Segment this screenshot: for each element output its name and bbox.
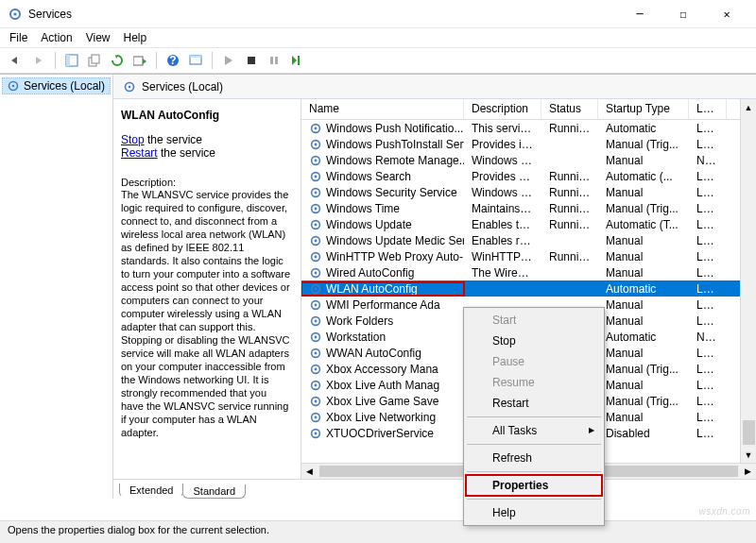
ctx-start: Start — [466, 310, 602, 331]
cell-description: Windows R... — [464, 154, 541, 167]
menu-action[interactable]: Action — [41, 31, 72, 44]
ctx-refresh[interactable]: Refresh — [466, 448, 602, 468]
scroll-right-arrow[interactable]: ▶ — [740, 464, 756, 479]
context-menu: Start Stop Pause Resume Restart All Task… — [463, 307, 605, 526]
table-row[interactable]: Windows UpdateEnables the ...RunningAuto… — [301, 216, 756, 232]
back-button[interactable] — [6, 50, 26, 71]
cell-startup: Manual (Trig... — [598, 138, 689, 151]
menu-file[interactable]: File — [9, 31, 27, 44]
cell-logon: Local Sy — [689, 186, 727, 199]
cell-logon: Local Sy — [689, 363, 727, 376]
table-row[interactable]: Wired AutoConfigThe Wired A...ManualLoca… — [301, 264, 756, 280]
refresh-button[interactable] — [107, 50, 128, 71]
window-controls: ─ ☐ ✕ — [618, 0, 748, 28]
column-log-on[interactable]: Log On — [689, 99, 727, 119]
minimize-button[interactable]: ─ — [618, 0, 662, 28]
tab-standard[interactable]: Standard — [182, 484, 246, 499]
maximize-button[interactable]: ☐ — [662, 0, 705, 28]
ctx-restart[interactable]: Restart — [466, 393, 602, 414]
cell-name: Xbox Live Auth Manag — [301, 379, 464, 392]
svg-point-20 — [315, 127, 318, 129]
forward-button[interactable] — [28, 50, 49, 71]
help-button[interactable]: ? — [163, 50, 183, 71]
cell-description: This service ... — [464, 122, 541, 135]
cell-startup: Automatic (T... — [598, 218, 689, 231]
properties-button[interactable] — [84, 50, 105, 71]
close-button[interactable]: ✕ — [705, 0, 748, 28]
cell-startup: Automatic — [598, 282, 689, 296]
column-name[interactable]: Name — [301, 99, 464, 119]
menu-help[interactable]: Help — [124, 31, 147, 44]
scroll-v-thumb[interactable] — [743, 420, 755, 445]
ctx-separator — [467, 444, 601, 445]
left-tree-pane[interactable]: Services (Local) — [0, 75, 113, 499]
cell-status: Running — [541, 202, 598, 215]
cell-name: WLAN AutoConfig — [301, 282, 464, 296]
ctx-all-tasks[interactable]: All Tasks — [466, 420, 602, 441]
cell-logon: Networ — [689, 331, 727, 344]
console-button[interactable] — [185, 50, 206, 71]
stop-link[interactable]: Stop — [121, 133, 145, 146]
table-row[interactable]: WinHTTP Web Proxy Auto-...WinHTTP i...Ru… — [301, 248, 756, 264]
stop-service-button[interactable] — [241, 50, 262, 71]
window-title: Services — [8, 7, 618, 22]
cell-logon: Local Sy — [689, 234, 727, 247]
svg-point-58 — [315, 432, 318, 434]
svg-point-40 — [315, 287, 318, 290]
vertical-scrollbar[interactable]: ▲ ▼ — [740, 99, 756, 463]
table-row[interactable]: Windows TimeMaintains d...RunningManual … — [301, 200, 756, 216]
ctx-properties[interactable]: Properties — [466, 475, 602, 496]
column-status[interactable]: Status — [541, 99, 598, 119]
cell-startup: Manual — [598, 347, 689, 360]
cell-name: Windows Update — [301, 218, 464, 231]
start-service-button[interactable] — [218, 50, 239, 71]
svg-point-34 — [315, 239, 318, 242]
scroll-down-arrow[interactable]: ▼ — [741, 447, 756, 463]
ctx-separator — [467, 416, 601, 417]
ctx-pause: Pause — [466, 351, 602, 372]
column-description[interactable]: Description — [464, 99, 541, 119]
table-row[interactable]: WLAN AutoConfigAutomaticLocal Sy — [301, 280, 756, 297]
table-row[interactable]: Windows Update Medic Ser...Enables rem..… — [301, 232, 756, 248]
cell-startup: Manual — [598, 234, 689, 247]
cell-startup: Manual (Trig... — [598, 202, 689, 215]
scroll-up-arrow[interactable]: ▲ — [741, 99, 756, 115]
tree-node-services-local[interactable]: Services (Local) — [2, 77, 111, 94]
ctx-stop[interactable]: Stop — [466, 331, 602, 351]
selected-service-name: WLAN AutoConfig — [121, 109, 291, 122]
svg-point-22 — [315, 143, 318, 145]
cell-name: WMI Performance Ada — [301, 298, 464, 312]
cell-startup: Manual — [598, 186, 689, 199]
restart-service-button[interactable] — [286, 50, 307, 71]
cell-logon: Local Sy — [689, 282, 727, 296]
cell-status: Running — [541, 170, 598, 183]
table-row[interactable]: Windows Security ServiceWindows Se...Run… — [301, 184, 756, 200]
cell-status: Running — [541, 218, 598, 231]
export-button[interactable] — [129, 50, 150, 71]
table-row[interactable]: Windows SearchProvides co...RunningAutom… — [301, 168, 756, 184]
svg-point-32 — [315, 223, 318, 226]
column-startup-type[interactable]: Startup Type — [598, 99, 689, 119]
ctx-help[interactable]: Help — [466, 502, 602, 523]
cell-description: WinHTTP i... — [464, 250, 541, 263]
cell-name: Work Folders — [301, 314, 464, 328]
table-row[interactable]: Windows Push Notificatio...This service … — [301, 120, 756, 136]
show-tree-button[interactable] — [61, 50, 82, 71]
scroll-left-arrow[interactable]: ◀ — [301, 464, 318, 479]
panel-header: Services (Local) — [113, 75, 756, 99]
pause-service-button[interactable] — [264, 50, 284, 71]
svg-point-38 — [315, 271, 318, 274]
cell-startup: Manual (Trig... — [598, 363, 689, 376]
tab-extended[interactable]: Extended — [119, 484, 183, 498]
restart-link[interactable]: Restart — [121, 146, 158, 160]
cell-startup: Automatic — [598, 122, 689, 135]
svg-point-1 — [13, 12, 16, 15]
toolbar: ? — [0, 47, 756, 74]
table-row[interactable]: Windows PushToInstall Serv...Provides in… — [301, 136, 756, 152]
table-row[interactable]: Windows Remote Manage...Windows R...Manu… — [301, 152, 756, 168]
svg-point-26 — [315, 175, 318, 178]
cell-startup: Manual — [598, 250, 689, 263]
cell-name: WWAN AutoConfig — [301, 347, 464, 360]
menu-view[interactable]: View — [86, 31, 111, 44]
svg-point-46 — [315, 335, 318, 338]
